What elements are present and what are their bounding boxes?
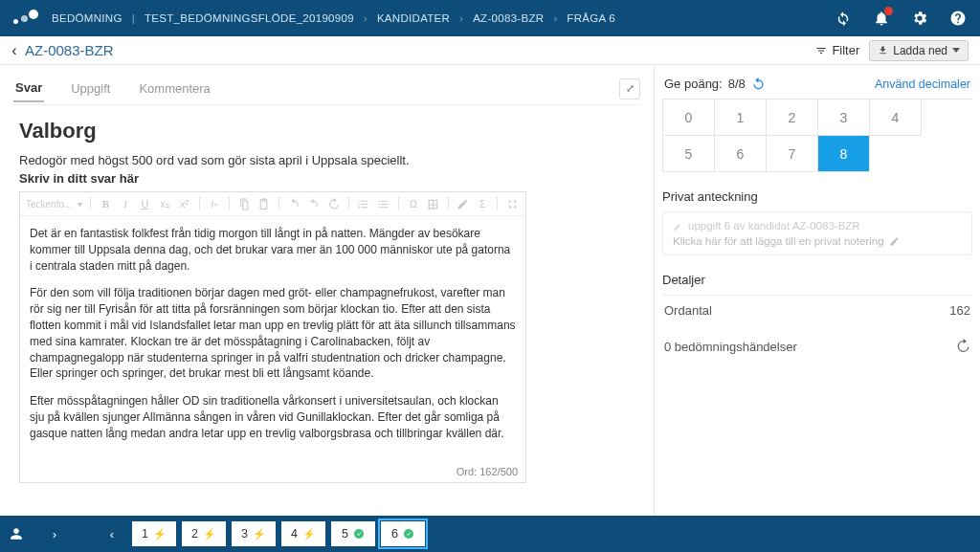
- strike-icon[interactable]: x₂: [158, 196, 172, 211]
- tab-answer[interactable]: Svar: [13, 75, 44, 102]
- topbar: BEDÖMNING | TEST_BEDÖMNINGSFLÖDE_2019090…: [0, 0, 980, 36]
- note-placeholder: Klicka här för att lägga till en privat …: [673, 235, 884, 247]
- score-2[interactable]: 2: [767, 99, 818, 136]
- underline-icon[interactable]: U: [138, 196, 152, 211]
- score-3[interactable]: 3: [818, 99, 870, 136]
- bold-icon[interactable]: B: [99, 196, 113, 211]
- pencil-icon: [889, 236, 900, 247]
- editor-toolbar: Teckenfo... ▾ B I U x₂ x² I×: [20, 192, 525, 216]
- user-icon[interactable]: [10, 527, 34, 541]
- use-decimals-link[interactable]: Använd decimaler: [875, 77, 970, 91]
- help-icon[interactable]: [949, 10, 967, 27]
- score-1[interactable]: 1: [715, 99, 767, 136]
- font-label[interactable]: Teckenfo...: [26, 199, 72, 210]
- history-icon[interactable]: [326, 196, 341, 211]
- details-title: Detaljer: [662, 273, 972, 287]
- download-label: Ladda ned: [893, 44, 947, 57]
- refresh-icon[interactable]: [835, 10, 852, 27]
- score-grid: 012345678: [662, 99, 972, 172]
- private-note-box[interactable]: uppgift 6 av kandidat AZ-0083-BZR Klicka…: [662, 211, 972, 255]
- expand-icon[interactable]: ⤢: [619, 78, 640, 99]
- note-ref: uppgift 6 av kandidat AZ-0083-BZR: [688, 220, 860, 232]
- page-1[interactable]: 1⚡: [132, 521, 176, 546]
- fullscreen-icon[interactable]: [505, 196, 520, 211]
- chevron-down-icon: [952, 48, 960, 53]
- paste-icon[interactable]: [257, 196, 272, 211]
- pencil-icon[interactable]: [456, 196, 470, 211]
- list-ul-icon[interactable]: [376, 196, 390, 211]
- score-6[interactable]: 6: [715, 136, 767, 172]
- question-title: Valborg: [19, 119, 640, 144]
- crumb-assessment[interactable]: BEDÖMNING: [52, 12, 122, 24]
- history-icon[interactable]: [955, 339, 970, 354]
- page-3[interactable]: 3⚡: [232, 521, 276, 546]
- breadcrumb: BEDÖMNING | TEST_BEDÖMNINGSFLÖDE_2019090…: [52, 12, 615, 24]
- redo-icon[interactable]: [307, 196, 322, 211]
- score-7[interactable]: 7: [767, 136, 818, 172]
- prev-page-icon[interactable]: ‹: [100, 527, 124, 541]
- svg-point-1: [404, 529, 413, 539]
- word-count: Ord: 162/500: [20, 463, 525, 482]
- score-value: 8/8: [728, 77, 746, 91]
- page-4[interactable]: 4⚡: [281, 521, 325, 546]
- crumb-flow[interactable]: TEST_BEDÖMNINGSFLÖDE_20190909: [145, 12, 354, 24]
- score-5[interactable]: 5: [663, 136, 715, 172]
- filter-button[interactable]: Filter: [815, 43, 859, 57]
- filter-label: Filter: [832, 43, 859, 57]
- events-label: 0 bedömningshändelser: [664, 340, 797, 354]
- tab-comment[interactable]: Kommentera: [137, 76, 212, 101]
- list-ol-icon[interactable]: [357, 196, 371, 211]
- question-description: Redogör med högst 500 ord vad som gör si…: [19, 153, 640, 167]
- subheader: ‹ AZ-0083-BZR Filter Ladda ned: [0, 36, 980, 65]
- logo: [13, 10, 38, 27]
- undo-score-icon[interactable]: [751, 77, 766, 91]
- tabs: Svar Uppgift Kommentera ⤢: [13, 75, 640, 105]
- private-note-title: Privat anteckning: [662, 189, 972, 204]
- crumb-question[interactable]: FRÅGA 6: [567, 12, 615, 24]
- italic-icon[interactable]: I: [119, 196, 133, 211]
- download-button[interactable]: Ladda ned: [869, 40, 969, 61]
- page-6[interactable]: 6: [381, 521, 425, 546]
- svg-point-0: [354, 529, 364, 539]
- score-0[interactable]: 0: [663, 99, 715, 136]
- next-user-icon[interactable]: ›: [42, 527, 67, 541]
- page-2[interactable]: 2⚡: [182, 521, 226, 546]
- answer-text[interactable]: Det är en fantastisk folkfest från tidig…: [20, 216, 525, 463]
- undo-icon[interactable]: [287, 196, 301, 211]
- score-8[interactable]: 8: [818, 136, 870, 172]
- copy-icon[interactable]: [237, 196, 252, 211]
- table-icon[interactable]: [426, 196, 440, 211]
- bell-icon[interactable]: [873, 10, 890, 27]
- crumb-candidates[interactable]: KANDIDATER: [377, 12, 450, 24]
- tab-task[interactable]: Uppgift: [69, 76, 112, 101]
- detail-words: Ordantal 162: [662, 295, 972, 325]
- clear-icon[interactable]: I×: [208, 196, 222, 211]
- page-title: AZ-0083-BZR: [25, 42, 114, 58]
- gear-icon[interactable]: [911, 10, 928, 27]
- page-5[interactable]: 5: [331, 521, 375, 546]
- crumb-candidate[interactable]: AZ-0083-BZR: [473, 12, 544, 24]
- question-hint: Skriv in ditt svar här: [19, 171, 640, 186]
- bottombar: › ‹ 1⚡2⚡3⚡4⚡56: [0, 516, 980, 552]
- answer-editor: Teckenfo... ▾ B I U x₂ x² I×: [19, 191, 526, 483]
- sigma-icon[interactable]: Σ: [476, 196, 490, 211]
- score-label: Ge poäng:: [664, 77, 723, 91]
- omega-icon[interactable]: Ω: [407, 196, 421, 211]
- sup-icon[interactable]: x²: [177, 196, 191, 211]
- score-4[interactable]: 4: [870, 99, 922, 136]
- back-button[interactable]: ‹: [6, 42, 23, 59]
